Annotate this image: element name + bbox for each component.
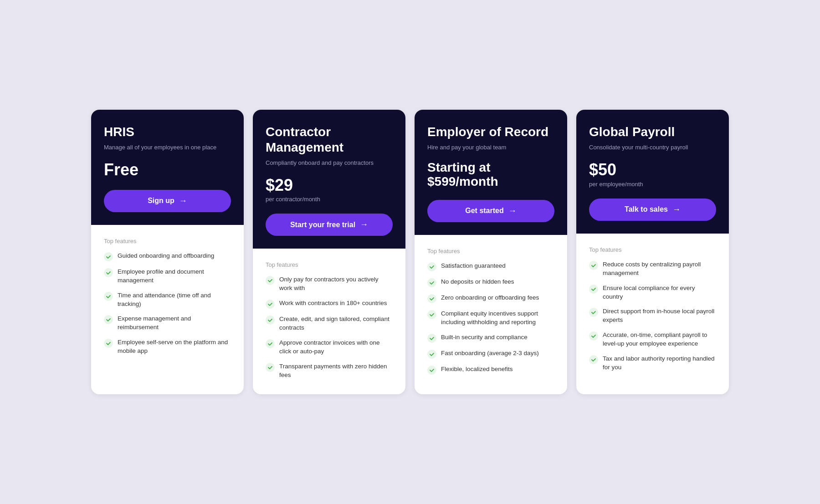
- feature-text: Reduce costs by centralizing payroll man…: [603, 260, 716, 278]
- card-price-sub: per employee/month: [589, 181, 716, 188]
- cta-label: Sign up: [148, 197, 174, 205]
- check-icon: [266, 276, 275, 285]
- feature-text: Zero onboarding or offboarding fees: [441, 294, 539, 302]
- feature-list: Reduce costs by centralizing payroll man…: [589, 260, 716, 372]
- feature-text: Only pay for contractors you actively wo…: [279, 275, 393, 293]
- cta-button-hris[interactable]: Sign up →: [104, 190, 231, 212]
- feature-text: Employee self-serve on the platform and …: [118, 338, 231, 356]
- feature-item: Employee self-serve on the platform and …: [104, 338, 231, 356]
- card-subtitle: Hire and pay your global team: [427, 143, 554, 152]
- feature-list: Only pay for contractors you actively wo…: [266, 275, 393, 379]
- card-features: Top features Only pay for contractors yo…: [253, 249, 405, 394]
- check-icon: [266, 316, 275, 325]
- card-price-sub: per contractor/month: [266, 196, 393, 203]
- pricing-grid: HRIS Manage all of your employees in one…: [91, 110, 729, 394]
- cta-button-global-payroll[interactable]: Talk to sales →: [589, 199, 716, 221]
- check-icon: [589, 331, 598, 341]
- arrow-icon: →: [672, 205, 681, 214]
- check-icon: [266, 363, 275, 372]
- feature-text: Accurate, on-time, compliant payroll to …: [603, 331, 716, 348]
- card-title: Employer of Record: [427, 124, 554, 140]
- check-icon: [104, 339, 113, 348]
- feature-item: Create, edit, and sign tailored, complia…: [266, 315, 393, 332]
- card-price: Starting at $599/month: [427, 161, 554, 189]
- check-icon: [589, 261, 598, 270]
- features-label: Top features: [266, 261, 393, 268]
- feature-item: No deposits or hidden fees: [427, 278, 554, 287]
- feature-list: Satisfaction guaranteed No deposits or h…: [427, 262, 554, 375]
- feature-text: Tax and labor authority reporting handle…: [603, 355, 716, 372]
- feature-text: Create, edit, and sign tailored, complia…: [279, 315, 393, 332]
- check-icon: [427, 334, 436, 343]
- check-icon: [427, 366, 436, 375]
- feature-item: Ensure local compliance for every countr…: [589, 284, 716, 301]
- feature-list: Guided onboarding and offboarding Employ…: [104, 252, 231, 356]
- feature-text: Flexible, localized benefits: [441, 365, 513, 374]
- arrow-icon: →: [508, 206, 517, 216]
- card-header: HRIS Manage all of your employees in one…: [91, 110, 244, 224]
- feature-item: Satisfaction guaranteed: [427, 262, 554, 271]
- feature-item: Employee profile and document management: [104, 268, 231, 285]
- feature-item: Reduce costs by centralizing payroll man…: [589, 260, 716, 278]
- cta-button-contractor[interactable]: Start your free trial →: [266, 214, 393, 236]
- check-icon: [104, 315, 113, 324]
- card-title: Contractor Management: [266, 124, 393, 155]
- card-price: Free: [104, 161, 231, 179]
- feature-text: Direct support from in-house local payro…: [603, 307, 716, 325]
- feature-item: Compliant equity incentives support incl…: [427, 310, 554, 327]
- feature-item: Fast onboarding (average 2-3 days): [427, 349, 554, 359]
- check-icon: [104, 252, 113, 261]
- feature-item: Built-in security and compliance: [427, 333, 554, 343]
- feature-text: Satisfaction guaranteed: [441, 262, 506, 270]
- feature-text: Work with contractors in 180+ countries: [279, 299, 387, 308]
- check-icon: [427, 350, 436, 359]
- card-header: Employer of Record Hire and pay your glo…: [415, 110, 567, 234]
- card-price: $29: [266, 176, 393, 194]
- cta-button-eor[interactable]: Get started →: [427, 200, 554, 222]
- card-title: HRIS: [104, 124, 231, 140]
- card-subtitle: Manage all of your employees in one plac…: [104, 143, 231, 152]
- feature-item: Direct support from in-house local payro…: [589, 307, 716, 325]
- features-label: Top features: [104, 238, 231, 244]
- feature-item: Flexible, localized benefits: [427, 365, 554, 375]
- feature-item: Accurate, on-time, compliant payroll to …: [589, 331, 716, 348]
- check-icon: [589, 285, 598, 294]
- feature-text: Employee profile and document management: [118, 268, 231, 285]
- feature-item: Zero onboarding or offboarding fees: [427, 294, 554, 303]
- pricing-card-contractor: Contractor Management Compliantly onboar…: [253, 110, 405, 394]
- feature-text: No deposits or hidden fees: [441, 278, 514, 286]
- card-features: Top features Reduce costs by centralizin…: [576, 234, 729, 394]
- pricing-card-eor: Employer of Record Hire and pay your glo…: [415, 110, 567, 394]
- features-label: Top features: [427, 248, 554, 255]
- feature-text: Built-in security and compliance: [441, 333, 528, 342]
- pricing-card-global-payroll: Global Payroll Consolidate your multi-co…: [576, 110, 729, 394]
- pricing-card-hris: HRIS Manage all of your employees in one…: [91, 110, 244, 394]
- feature-item: Work with contractors in 180+ countries: [266, 299, 393, 309]
- cta-label: Get started: [465, 207, 503, 215]
- feature-text: Compliant equity incentives support incl…: [441, 310, 554, 327]
- check-icon: [427, 310, 436, 319]
- card-header: Contractor Management Compliantly onboar…: [253, 110, 405, 249]
- feature-item: Time and attendance (time off and tracki…: [104, 291, 231, 309]
- card-header: Global Payroll Consolidate your multi-co…: [576, 110, 729, 233]
- card-title: Global Payroll: [589, 124, 716, 140]
- check-icon: [589, 355, 598, 364]
- feature-item: Tax and labor authority reporting handle…: [589, 355, 716, 372]
- feature-text: Ensure local compliance for every countr…: [603, 284, 716, 301]
- features-label: Top features: [589, 246, 716, 253]
- feature-text: Approve contractor invoices with one cli…: [279, 339, 393, 356]
- check-icon: [104, 268, 113, 277]
- feature-item: Transparent payments with zero hidden fe…: [266, 362, 393, 380]
- check-icon: [427, 278, 436, 287]
- card-features: Top features Guided onboarding and offbo…: [91, 225, 244, 394]
- card-price: $50: [589, 161, 716, 179]
- feature-item: Approve contractor invoices with one cli…: [266, 339, 393, 356]
- feature-item: Guided onboarding and offboarding: [104, 252, 231, 261]
- check-icon: [104, 292, 113, 301]
- card-subtitle: Compliantly onboard and pay contractors: [266, 159, 393, 167]
- check-icon: [266, 339, 275, 348]
- cta-label: Talk to sales: [625, 205, 668, 214]
- feature-text: Expense management and reimbursement: [118, 315, 231, 332]
- cta-label: Start your free trial: [290, 221, 355, 229]
- feature-item: Only pay for contractors you actively wo…: [266, 275, 393, 293]
